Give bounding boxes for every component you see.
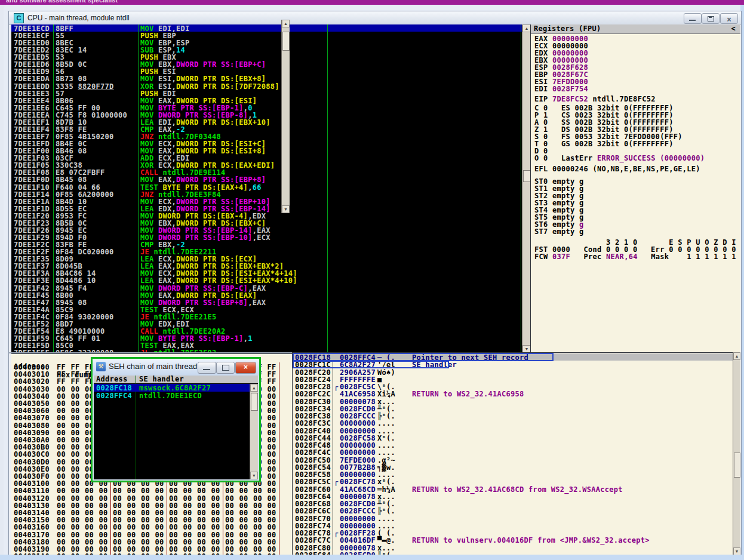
register-line[interactable]: EBP 0028F67C: [534, 70, 588, 78]
scroll-up-icon[interactable]: ▲: [733, 352, 740, 360]
close-button[interactable]: ×: [720, 13, 738, 24]
disasm-row[interactable]: 7DEE1EE48B06MOV EAX,DWORD PTR DS:[ESI]: [11, 97, 522, 104]
scroll-down-icon[interactable]: ▼: [282, 205, 290, 213]
register-line[interactable]: ST6 empty g: [534, 220, 584, 227]
hexdump-scrollbar[interactable]: ▲ ▼: [281, 20, 290, 213]
disasm-row[interactable]: 7DEE1EF18D7B 10LEA EDI,DWORD PTR DS:[EBX…: [11, 118, 522, 125]
stack-row[interactable]: 0028FC340028FCD0╨ⁿ(.: [293, 405, 733, 412]
disasm-row[interactable]: 7DEE1EE6C645 FF 00MOV BYTE PTR SS:[EBP-1…: [11, 104, 522, 111]
disasm-row[interactable]: 7DEE1F0D8B45 08MOV EAX,DWORD PTR SS:[EBP…: [11, 176, 522, 183]
register-line[interactable]: A 0 SS 002B 32bit 0(FFFFFFFF): [534, 118, 674, 125]
disasm-row[interactable]: 7DEE1F29894D F0MOV DWORD PTR SS:[EBP-10]…: [11, 233, 522, 241]
register-line[interactable]: ESP 0028F628: [534, 63, 588, 70]
disasm-row[interactable]: 7DEE1ECD8BFFMOV EDI,EDI: [11, 24, 522, 32]
seh-minimize-button[interactable]: [198, 362, 216, 374]
stack-row[interactable]: 0028FC7C004016DF▀▬@.RETURN to vulnserv.0…: [293, 536, 733, 543]
disasm-row[interactable]: 7DEE1F2F0F84 DC020000JE ntdll.7DEE2211: [11, 248, 522, 255]
scroll-down-icon[interactable]: ▼: [250, 472, 258, 479]
disasm-row[interactable]: 7DEE1EDA8B73 08MOV ESI,DWORD PTR DS:[EBX…: [11, 75, 522, 82]
stack-scrollbar[interactable]: ▲ ▼: [733, 352, 740, 555]
disasm-row[interactable]: 7DEE1F4A85C9TEST ECX,ECX: [11, 306, 522, 313]
disasm-row[interactable]: 7DEE1F0303CFADD ECX,EDI: [11, 154, 522, 161]
disassembly-pane[interactable]: 7DEE1ECD8BFFMOV EDI,EDI7DEE1ECF55PUSH EB…: [11, 24, 522, 353]
register-line[interactable]: ST0 empty g: [534, 177, 584, 184]
seh-list[interactable]: Address SE handler 0028FC18mswsock.6C8A2…: [94, 376, 258, 479]
disasm-row[interactable]: 7DEE1F268945 ECMOV DWORD PTR SS:[EBP-14]…: [11, 226, 522, 233]
stack-row[interactable]: 0028FC4000000000....: [293, 427, 733, 434]
disasm-row[interactable]: 7DEE1F238B5B 0CMOV EBX,DWORD PTR DS:[EBX…: [11, 219, 522, 226]
stack-row[interactable]: 0028FC78┌0028FF28( (.: [293, 529, 733, 536]
register-line[interactable]: EDI 0028F754: [534, 85, 588, 92]
disasm-row[interactable]: 7DEE1F2C83FB FECMP EBX,-2: [11, 241, 522, 248]
seh-row[interactable]: 0028FFC4ntdll.7DEE1ECD: [94, 392, 258, 399]
disasm-row[interactable]: 7DEE1ED68B5D 0CMOV EBX,DWORD PTR SS:[EBP…: [11, 60, 522, 67]
register-line[interactable]: O 0 LastErr ERROR_SUCCESS (00000000): [534, 154, 705, 161]
stack-row[interactable]: 0028FC180028FFC4─ (.Pointer to next SEH …: [293, 353, 733, 361]
stack-row[interactable]: 0028FC3C00000000....: [293, 419, 733, 426]
disasm-row[interactable]: 7DEE1F358D09LEA ECX,DWORD PTR DS:[ECX]: [11, 255, 522, 262]
register-line[interactable]: ST2 empty g: [534, 192, 584, 199]
register-line[interactable]: FST 0000 Cond 0 0 0 0 Err 0 0 0 0 0 0 0 …: [534, 245, 736, 253]
stack-row[interactable]: 0028FC440028FC58Xⁿ(.: [293, 434, 733, 441]
stack-row[interactable]: 0028FC6400000078x...: [293, 493, 733, 500]
stack-row[interactable]: 0028FC3000000078x...: [293, 398, 733, 405]
stack-row[interactable]: 0028FC507EFDE000.α²~: [293, 456, 733, 463]
stack-row[interactable]: 0028FC28┌0028FC5C\ⁿ(.: [293, 383, 733, 390]
register-line[interactable]: 3 2 1 0 E S P U O Z D I: [534, 238, 736, 245]
register-line[interactable]: ST4 empty g: [534, 206, 584, 213]
scroll-up-icon[interactable]: ▲: [282, 20, 290, 27]
disasm-row[interactable]: 7DEE1F208953 FCMOV DWORD PTR DS:[EBX-4],…: [11, 212, 522, 219]
hexdump-row[interactable]: 0040318000000000000000000000000000000000: [11, 538, 292, 545]
stack-row[interactable]: 0028FC540077B2B8╕▓w.: [293, 463, 733, 470]
register-line[interactable]: EDX 00000000: [534, 49, 588, 56]
stack-row[interactable]: 0028FC5800000000....: [293, 470, 733, 478]
disasm-row[interactable]: 7DEE1ED553PUSH EBX: [11, 53, 522, 60]
register-line[interactable]: ECX 00000000: [534, 42, 588, 49]
register-line[interactable]: T 0 GS 002B 32bit 0(FFFFFFFF): [534, 140, 674, 147]
stack-row[interactable]: 0028FC6041AC68CD═h¼ARETURN to WS2_32.41A…: [293, 485, 733, 493]
disasm-row[interactable]: 7DEE1F54E8 49010000CALL ntdll.7DEE20A2: [11, 327, 522, 334]
disasm-row[interactable]: 7DEE1F1D8D55 ECLEA EDX,DWORD PTR SS:[EBP…: [11, 205, 522, 212]
disasm-row[interactable]: 7DEE1ECF55PUSH EBP: [11, 32, 522, 39]
column-separator[interactable]: [138, 24, 139, 353]
disasm-row[interactable]: 7DEE1F458B00MOV EAX,DWORD PTR DS:[EAX]: [11, 291, 522, 299]
scrollbar-thumb[interactable]: [734, 453, 740, 478]
register-line[interactable]: ST1 empty g: [534, 184, 584, 192]
disasm-row[interactable]: 7DEE1ED08BECMOV EBP,ESP: [11, 39, 522, 46]
hexdump-row[interactable]: 0040313000000000000000000000000000000000: [11, 501, 292, 509]
stack-row[interactable]: 0028FC4800000000....: [293, 441, 733, 448]
stack-row[interactable]: 0028FC380028FCCC╠ⁿ(.: [293, 412, 733, 419]
hexdump-row[interactable]: 0040315000000000000000000000000000000000: [11, 516, 292, 523]
disasm-row[interactable]: 7DEE1F10F640 04 66TEST BYTE PTR DS:[EAX+…: [11, 183, 522, 190]
register-line[interactable]: P 1 CS 0023 32bit 0(FFFFFFFF): [534, 111, 674, 118]
stack-row[interactable]: 0028FC680028FCD0╨ⁿ(.: [293, 500, 733, 507]
disasm-row[interactable]: 7DEE1EF70F85 4B150200JNZ ntdll.7DF03448: [11, 133, 522, 140]
collapse-icon[interactable]: <: [731, 24, 736, 33]
register-line[interactable]: EAX 00000000: [534, 35, 588, 42]
disasm-row[interactable]: 7DEE1EEAC745 F8 01000000MOV DWORD PTR SS…: [11, 111, 522, 118]
stack-row[interactable]: 0028FC6C0028FCCC╠ⁿ(.: [293, 507, 733, 514]
disasm-row[interactable]: 7DEE1ED956PUSH ESI: [11, 67, 522, 75]
register-line[interactable]: ST7 empty g: [534, 227, 584, 235]
hexdump-row[interactable]: 0040319000000000000000000000000000000000: [11, 545, 292, 552]
disasm-row[interactable]: 7DEE1F3E8D4486 10LEA EAX,DWORD PTR DS:[E…: [11, 276, 522, 284]
disassembly-scrollbar[interactable]: ▲ ▼: [522, 24, 531, 353]
disasm-row[interactable]: 7DEE1F5D85C0TEST EAX,EAX: [11, 341, 522, 349]
disasm-row[interactable]: 7DEE1F08E8 07C2FBFFCALL ntdll.7DE9E114: [11, 168, 522, 176]
disasm-row[interactable]: 7DEE1F05330C38XOR ECX,DWORD PTR DS:[EAX+…: [11, 161, 522, 168]
hexdump-row[interactable]: 0040317000000000000000000000000000000000: [11, 531, 292, 538]
register-line[interactable]: ST3 empty g: [534, 199, 584, 206]
seh-restore-button[interactable]: [216, 362, 235, 374]
hexdump-row[interactable]: 0040314000000000000000000000000000000000: [11, 509, 292, 516]
stack-row[interactable]: 0028FC5C┌0028FC78xⁿ(.: [293, 478, 733, 485]
stack-row[interactable]: 0028FC202906A257Wó♠): [293, 368, 733, 376]
hexdump-row[interactable]: 0040316000000000000000000000000000000000: [11, 523, 292, 530]
restore-button[interactable]: [702, 13, 720, 24]
disasm-row[interactable]: 7DEE1F140F85 6A200000JNZ ntdll.7DEE3F84: [11, 190, 522, 198]
stack-row[interactable]: 0028FC8000000078x...: [293, 544, 733, 551]
register-line[interactable]: S 0 FS 0053 32bit 7EFDD000(FFF): [534, 133, 682, 140]
stack-row[interactable]: 0028FC7400000000....: [293, 522, 733, 529]
disasm-row[interactable]: 7DEE1F528BD7MOV EDX,EDI: [11, 320, 522, 327]
scroll-up-icon[interactable]: ▲: [522, 24, 531, 32]
register-line[interactable]: EFL 00000246 (NO,NB,E,BE,NS,PE,GE,LE): [534, 165, 700, 172]
